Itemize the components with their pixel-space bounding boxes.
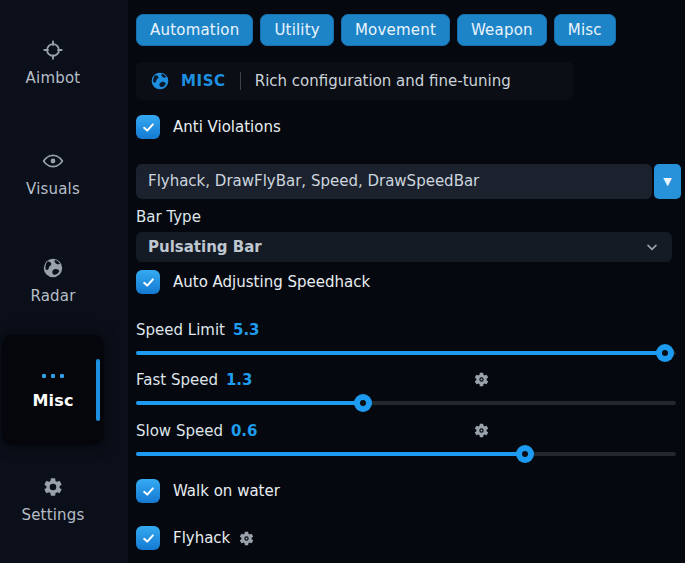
sidebar-item-label: Aimbot — [26, 69, 81, 87]
fast-speed-slider[interactable] — [136, 395, 676, 411]
slider-handle[interactable] — [516, 445, 534, 463]
slider-fill — [136, 401, 363, 405]
check-icon — [141, 275, 156, 290]
app-window: Aimbot Visuals Radar — [0, 0, 685, 563]
sidebar-item-misc[interactable]: Misc — [2, 335, 104, 445]
flyhack-row: Flyhack — [136, 525, 685, 551]
check-icon — [141, 531, 156, 546]
auto-adjusting-checkbox[interactable] — [136, 270, 160, 294]
slow-speed-label: Slow Speed — [136, 422, 223, 440]
crosshair-icon — [41, 38, 65, 62]
speed-limit-slider[interactable] — [136, 345, 676, 361]
globe-icon — [150, 71, 170, 91]
caret-down-icon: ▼ — [663, 175, 671, 188]
slow-speed-slider[interactable] — [136, 446, 676, 462]
bars-multiselect-value[interactable]: Flyhack, DrawFlyBar, Speed, DrawSpeedBar — [136, 164, 652, 199]
fast-speed-label: Fast Speed — [136, 371, 218, 389]
sidebar-item-visuals[interactable]: Visuals — [0, 149, 106, 198]
slider-fill — [136, 452, 525, 456]
sidebar: Aimbot Visuals Radar — [0, 0, 128, 563]
section-title: MISC — [181, 72, 226, 90]
tab-movement[interactable]: Movement — [341, 14, 450, 46]
tab-misc[interactable]: Misc — [554, 14, 616, 46]
sidebar-item-label: Settings — [21, 506, 84, 524]
check-icon — [141, 120, 156, 135]
tab-automation[interactable]: Automation — [136, 14, 253, 46]
bar-type-label: Bar Type — [136, 208, 685, 226]
anti-violations-row: Anti Violations — [136, 114, 685, 140]
main-panel: Automation Utility Movement Weapon Misc … — [128, 0, 685, 563]
sidebar-item-settings[interactable]: Settings — [0, 475, 106, 524]
flyhack-label: Flyhack — [173, 529, 230, 547]
bars-multiselect[interactable]: Flyhack, DrawFlyBar, Speed, DrawSpeedBar… — [136, 164, 681, 199]
slider-handle[interactable] — [656, 344, 674, 362]
fast-speed-gear-icon[interactable] — [473, 371, 490, 388]
chevron-down-icon — [644, 239, 660, 255]
divider — [240, 72, 241, 90]
tab-utility[interactable]: Utility — [260, 14, 334, 46]
fast-speed-value: 1.3 — [226, 371, 253, 389]
slow-speed-label-row: Slow Speed 0.6 — [136, 420, 685, 442]
sidebar-item-radar[interactable]: Radar — [0, 256, 106, 305]
speed-limit-value: 5.3 — [233, 321, 260, 339]
sidebar-item-label: Misc — [32, 391, 73, 410]
slider-handle[interactable] — [354, 394, 372, 412]
section-subtitle: Rich configuration and fine-tuning — [255, 72, 511, 90]
sidebar-item-aimbot[interactable]: Aimbot — [0, 38, 106, 87]
slow-speed-gear-icon[interactable] — [473, 422, 490, 439]
auto-adjusting-row: Auto Adjusting Speedhack — [136, 269, 685, 295]
selected-indicator — [96, 359, 100, 421]
anti-violations-label: Anti Violations — [173, 118, 281, 136]
walk-on-water-checkbox[interactable] — [136, 479, 160, 503]
anti-violations-checkbox[interactable] — [136, 115, 160, 139]
flyhack-checkbox[interactable] — [136, 526, 160, 550]
tab-weapon[interactable]: Weapon — [457, 14, 547, 46]
speed-limit-label: Speed Limit — [136, 321, 225, 339]
gear-icon — [41, 475, 65, 499]
walk-on-water-label: Walk on water — [173, 482, 280, 500]
slow-speed-value: 0.6 — [231, 422, 258, 440]
globe-icon — [41, 256, 65, 280]
flyhack-gear-icon[interactable] — [238, 530, 255, 547]
bar-type-selected-value: Pulsating Bar — [148, 238, 262, 256]
speed-limit-label-row: Speed Limit 5.3 — [136, 319, 685, 341]
eye-icon — [41, 149, 65, 173]
dropdown-open-button[interactable]: ▼ — [654, 164, 681, 199]
slider-fill — [136, 351, 665, 355]
walk-on-water-row: Walk on water — [136, 478, 685, 504]
sidebar-item-label: Radar — [30, 287, 75, 305]
ellipsis-icon — [41, 371, 65, 381]
section-header: MISC Rich configuration and fine-tuning — [136, 62, 573, 100]
sidebar-item-label: Visuals — [26, 180, 80, 198]
bar-type-select[interactable]: Pulsating Bar — [136, 232, 672, 262]
auto-adjusting-label: Auto Adjusting Speedhack — [173, 273, 370, 291]
check-icon — [141, 484, 156, 499]
fast-speed-label-row: Fast Speed 1.3 — [136, 369, 685, 391]
category-tabs: Automation Utility Movement Weapon Misc — [136, 14, 685, 46]
